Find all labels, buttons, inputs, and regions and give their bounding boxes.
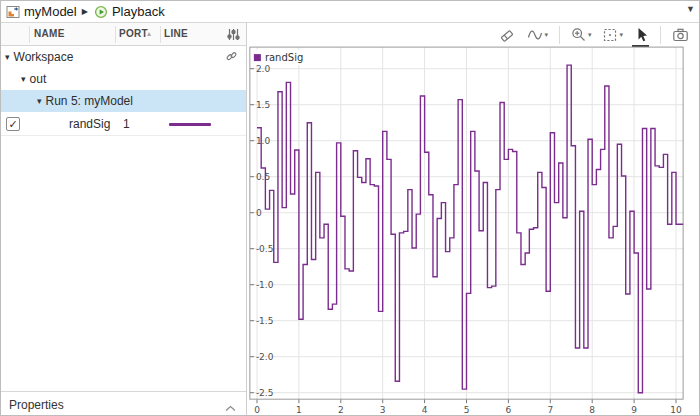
signal-line-swatch[interactable] [169,123,211,126]
svg-text:-2.0: -2.0 [256,352,274,362]
tree-row-label: out [30,72,47,86]
toolbar-separator [660,26,661,44]
svg-text:7: 7 [547,405,553,415]
column-filter-icon[interactable] [226,27,241,42]
fit-to-view-button[interactable]: ▾ [600,26,625,44]
dropdown-caret-icon[interactable]: ▾ [619,31,623,39]
svg-text:8: 8 [589,405,595,415]
column-divider[interactable] [115,26,116,43]
svg-text:-1.0: -1.0 [256,280,274,290]
signal-port: 1 [123,117,130,131]
properties-label: Properties [9,398,64,412]
properties-section-header[interactable]: Properties [1,391,246,416]
svg-text:9: 9 [631,405,637,415]
playback-plot[interactable]: 0123456789102.01.51.00.50-0.5-1.0-1.5-2.… [247,45,700,416]
svg-text:6: 6 [506,405,512,415]
zoom-in-button[interactable]: ▾ [569,26,594,44]
svg-text:5: 5 [464,405,470,415]
svg-text:-2.5: -2.5 [256,388,274,398]
camera-snapshot-button[interactable] [670,26,691,44]
collapse-chevron-icon[interactable] [225,401,236,415]
dropdown-caret-icon[interactable]: ▾ [544,31,548,39]
dropdown-caret-icon[interactable]: ▾ [588,31,592,39]
tree-row-out[interactable]: ▾ out [1,68,246,90]
layout-menu-caret-icon[interactable]: ▼ [686,4,695,14]
plot-legend: randSig [251,50,311,65]
svg-text:2: 2 [338,405,344,415]
svg-text:2.0: 2.0 [256,64,271,74]
breadcrumb-model[interactable]: myModel [24,4,77,19]
simulation-data-inspector-window: myModel ▶ Playback ▼ NAME PORT ▴ LINE [0,0,700,416]
svg-text:1.0: 1.0 [256,136,271,146]
svg-text:randSig: randSig [265,52,303,63]
tree-row-workspace[interactable]: ▾ Workspace [1,46,246,68]
eraser-button[interactable] [497,26,518,44]
toolbar-separator [559,26,560,44]
tree-expand-icon[interactable]: ▾ [37,96,42,106]
column-divider [29,26,30,43]
svg-text:-1.5: -1.5 [256,316,274,326]
signal-name: randSig [69,117,110,131]
tree-expand-icon[interactable]: ▾ [21,74,26,84]
chain-link-icon[interactable] [225,50,238,66]
svg-text:0.5: 0.5 [256,172,270,182]
tree-row-signal[interactable]: ✓ randSig 1 [1,112,246,136]
plot-panel: ▾ ▾ ▾ [247,23,700,416]
tree-row-label: Workspace [14,50,74,64]
svg-text:1.5: 1.5 [256,100,270,110]
cursor-arrow-button[interactable] [632,26,651,44]
column-header-name[interactable]: NAME [34,28,65,39]
playback-icon [94,5,108,19]
signal-wave-button[interactable]: ▾ [525,26,550,44]
svg-text:4: 4 [422,405,428,415]
svg-text:0: 0 [254,405,260,415]
simulink-model-icon [6,5,20,19]
breadcrumb: myModel ▶ Playback ▼ [1,1,700,23]
tree-row-label: Run 5: myModel [46,94,133,108]
column-header-port[interactable]: PORT [119,28,148,39]
svg-text:0: 0 [256,208,262,218]
svg-text:-0.5: -0.5 [256,244,274,254]
sort-ascending-icon[interactable]: ▴ [147,29,151,38]
svg-text:3: 3 [380,405,386,415]
signal-browser-panel: NAME PORT ▴ LINE ▾ Workspace [1,23,246,416]
svg-text:1: 1 [296,405,302,415]
signal-visibility-checkbox[interactable]: ✓ [6,117,20,131]
breadcrumb-view[interactable]: Playback [112,4,165,19]
signal-table-header: NAME PORT ▴ LINE [1,23,246,46]
tree-expand-icon[interactable]: ▾ [5,52,10,62]
column-divider[interactable] [160,26,161,43]
breadcrumb-separator-icon: ▶ [82,7,88,16]
plot-toolbar: ▾ ▾ ▾ [247,23,700,46]
tree-row-run[interactable]: ▾ Run 5: myModel [1,90,246,112]
svg-text:10: 10 [670,405,682,415]
column-header-line[interactable]: LINE [164,28,188,39]
